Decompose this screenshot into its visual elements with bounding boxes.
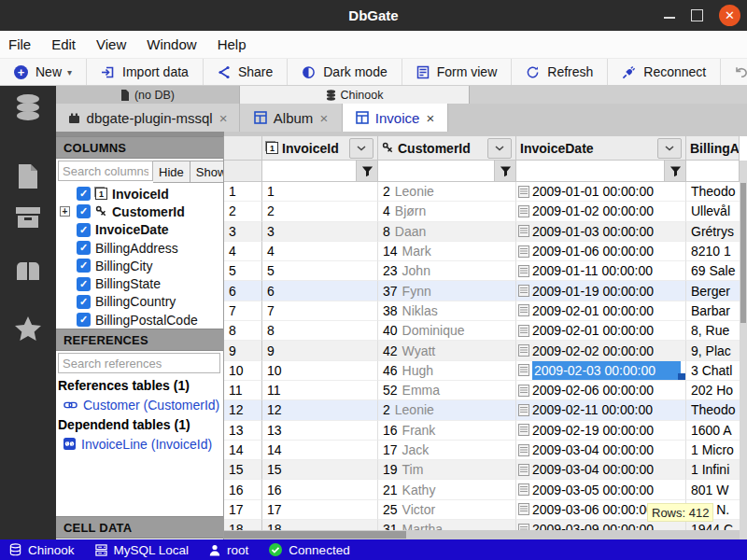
grid-cell-invoiceid[interactable]: 8 [262,321,378,341]
column-list-item[interactable]: +✓CustomerId [56,203,223,220]
grid-cell-invoiceid[interactable]: 7 [262,301,378,321]
close-tab-icon[interactable]: × [219,110,228,126]
grid-cell-billingaddress[interactable]: Ullevål [686,202,740,221]
grid-cell-invoiceid[interactable]: 16 [262,480,378,499]
vertical-scrollbar-thumb[interactable] [740,183,746,323]
grid-cell-invoiceid[interactable]: 6 [262,281,378,301]
row-number[interactable]: 2 [224,202,262,221]
grid-cell-invoiceid[interactable]: 17 [262,500,378,520]
grid-cell-billingaddress[interactable]: 202 Ho [686,381,740,400]
grid-cell-customerid[interactable]: 46Hugh [378,361,516,381]
undo-button[interactable]: U [721,59,747,85]
close-tab-icon[interactable]: × [426,110,434,126]
show-button[interactable]: Show [190,161,224,183]
grid-cell-invoicedate[interactable]: 2009-01-03 00:00:00 [516,222,686,242]
horizontal-scrollbar-thumb[interactable] [224,531,406,539]
invoice-date-value[interactable]: 2009-03-04 00:00:00 [532,441,681,459]
column-list-item[interactable]: ✓BillingCountry [56,293,223,311]
invoice-date-value[interactable]: 2009-02-03 00:00:00 [532,361,681,380]
hide-button[interactable]: Hide [153,161,190,183]
grid-cell-invoicedate[interactable]: 2009-01-01 00:00:00 [516,182,686,202]
invoice-date-value[interactable]: 2009-01-19 00:00:00 [532,281,681,300]
grid-cell-customerid[interactable]: 4Bjørn [378,202,516,221]
grid-cell-invoicedate[interactable]: 2009-01-11 00:00:00 [516,261,686,281]
grid-cell-invoicedate[interactable]: 2009-02-03 00:00:00 [516,361,686,381]
invoice-date-value[interactable]: 2009-01-02 00:00:00 [532,202,681,220]
column-list-item[interactable]: ✓BillingCity [56,257,223,274]
grid-cell-invoiceid[interactable]: 13 [262,421,378,441]
grid-cell-billingaddress[interactable]: Berger [686,281,740,301]
column-list-item[interactable]: ✓BillingAddress [56,239,223,257]
grid-cell-invoiceid[interactable]: 1 [262,182,378,202]
checkbox-checked-icon[interactable]: ✓ [77,241,91,255]
row-number[interactable]: 17 [224,500,262,520]
statusbar-connection[interactable]: Connected [269,543,349,557]
horizontal-scrollbar[interactable] [224,530,740,539]
invoice-date-value[interactable]: 2009-01-11 00:00:00 [532,261,681,280]
minimize-button[interactable] [664,9,675,19]
grid-cell-invoiceid[interactable]: 15 [262,460,378,480]
grid-cell-invoiceid[interactable]: 4 [262,242,378,261]
grid-cell-billingaddress[interactable]: 8210 1 [686,242,740,261]
column-dropdown-button[interactable] [349,138,374,159]
grid-cell-billingaddress[interactable]: 1600 A [686,421,740,441]
grid-cell-invoicedate[interactable]: 2009-01-02 00:00:00 [516,202,686,221]
maximize-button[interactable] [691,9,703,21]
row-number[interactable]: 7 [224,301,262,321]
grid-cell-billingaddress[interactable]: 69 Sale [686,261,740,281]
menu-help[interactable]: Help [218,36,247,52]
checkbox-checked-icon[interactable]: ✓ [77,313,91,327]
grid-cell-billingaddress[interactable]: 3 Chatl [686,361,740,381]
form-view-button[interactable]: Form view [402,59,513,85]
checkbox-checked-icon[interactable]: ✓ [77,204,91,218]
refresh-button[interactable]: Refresh [512,59,608,85]
invoice-date-value[interactable]: 2009-02-11 00:00:00 [532,400,681,419]
checkbox-checked-icon[interactable]: ✓ [77,295,91,309]
grid-cell-invoiceid[interactable]: 9 [262,341,378,360]
row-number[interactable]: 14 [224,441,262,460]
grid-cell-customerid[interactable]: 16Frank [378,421,516,441]
checkbox-checked-icon[interactable]: ✓ [77,187,91,201]
grid-cell-invoicedate[interactable]: 2009-03-05 00:00:00 [516,480,686,499]
row-number[interactable]: 3 [224,222,262,242]
checkbox-checked-icon[interactable]: ✓ [77,223,91,237]
grid-cell-invoiceid[interactable]: 2 [262,202,378,221]
statusbar-server[interactable]: MySQL Local [95,543,190,557]
tab-album[interactable]: Album × [240,104,343,132]
grid-cell-customerid[interactable]: 25Victor [378,500,516,520]
column-dropdown-button[interactable] [487,138,512,159]
grid-cell-billingaddress[interactable]: Grétrys [686,222,740,242]
statusbar-database[interactable]: Chinook [9,543,75,557]
reconnect-button[interactable]: Reconnect [608,59,721,85]
grid-cell-invoicedate[interactable]: 2009-03-04 00:00:00 [516,460,686,480]
grid-cell-invoicedate[interactable]: 2009-02-01 00:00:00 [516,301,686,321]
row-number[interactable]: 11 [224,381,262,400]
invoice-date-value[interactable]: 2009-01-03 00:00:00 [532,222,681,241]
grid-cell-invoiceid[interactable]: 11 [262,381,378,400]
column-list-item[interactable]: ✓BillingPostalCode [56,311,223,329]
menu-file[interactable]: File [8,36,31,52]
column-list-item[interactable]: ✓InvoiceDate [56,221,223,239]
grid-cell-billingaddress[interactable]: 1 Micro [686,441,740,460]
grid-cell-invoiceid[interactable]: 14 [262,441,378,460]
star-icon[interactable] [14,315,42,343]
database-icon[interactable] [13,93,43,121]
invoice-date-value[interactable]: 2009-02-01 00:00:00 [532,301,681,320]
invoice-date-value[interactable]: 2009-03-04 00:00:00 [532,460,681,479]
row-number[interactable]: 9 [224,341,262,360]
grid-cell-customerid[interactable]: 14Mark [378,242,516,261]
column-header-customerid[interactable]: CustomerId [378,136,516,160]
column-dropdown-button[interactable] [657,138,682,159]
grid-cell-billingaddress[interactable]: Barbar [686,301,740,321]
grid-cell-invoicedate[interactable]: 2009-02-01 00:00:00 [516,321,686,341]
row-number[interactable]: 8 [224,321,262,341]
menu-window[interactable]: Window [147,36,196,52]
grid-cell-customerid[interactable]: 8Daan [378,222,516,242]
filter-cell[interactable] [262,161,378,182]
grid-cell-customerid[interactable]: 38Niklas [378,301,516,321]
column-header-billinga[interactable]: BillingA [686,136,740,160]
row-number[interactable]: 6 [224,281,262,301]
grid-cell-customerid[interactable]: 42Wyatt [378,341,516,360]
grid-cell-billingaddress[interactable]: 9, Plac [686,341,740,360]
row-number[interactable]: 12 [224,400,262,420]
